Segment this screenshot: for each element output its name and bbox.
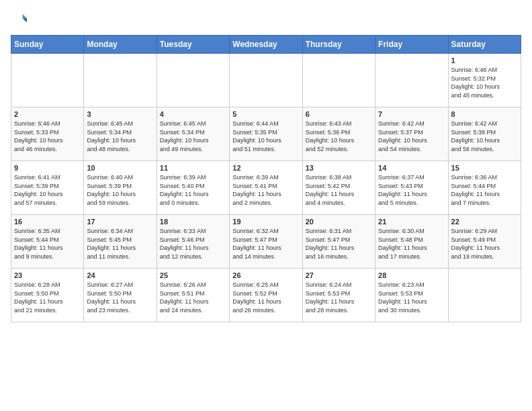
calendar-cell: 9Sunrise: 6:41 AM Sunset: 5:39 PM Daylig… — [11, 161, 84, 215]
day-number: 25 — [160, 271, 226, 279]
day-info: Sunrise: 6:42 AM Sunset: 5:38 PM Dayligh… — [451, 120, 518, 153]
calendar-cell — [375, 54, 448, 107]
calendar-cell: 10Sunrise: 6:40 AM Sunset: 5:39 PM Dayli… — [84, 161, 157, 215]
calendar-cell: 16Sunrise: 6:35 AM Sunset: 5:44 PM Dayli… — [11, 215, 84, 269]
day-info: Sunrise: 6:41 AM Sunset: 5:39 PM Dayligh… — [14, 173, 81, 207]
day-number: 13 — [306, 164, 372, 172]
day-info: Sunrise: 6:34 AM Sunset: 5:45 PM Dayligh… — [87, 227, 153, 261]
calendar-cell: 20Sunrise: 6:31 AM Sunset: 5:47 PM Dayli… — [302, 215, 375, 269]
calendar-table: SundayMondayTuesdayWednesdayThursdayFrid… — [11, 35, 521, 322]
calendar-cell: 19Sunrise: 6:32 AM Sunset: 5:47 PM Dayli… — [230, 215, 302, 269]
day-info: Sunrise: 6:42 AM Sunset: 5:37 PM Dayligh… — [378, 120, 445, 153]
day-number: 15 — [451, 164, 518, 172]
day-number: 1 — [451, 56, 518, 64]
day-info: Sunrise: 6:30 AM Sunset: 5:48 PM Dayligh… — [378, 227, 445, 261]
day-info: Sunrise: 6:35 AM Sunset: 5:44 PM Dayligh… — [14, 227, 81, 261]
calendar-cell: 27Sunrise: 6:24 AM Sunset: 5:53 PM Dayli… — [302, 269, 375, 322]
calendar-cell: 23Sunrise: 6:28 AM Sunset: 5:50 PM Dayli… — [11, 269, 84, 322]
calendar-cell: 26Sunrise: 6:25 AM Sunset: 5:52 PM Dayli… — [230, 269, 302, 322]
svg-marker-1 — [23, 18, 27, 22]
day-number: 6 — [306, 110, 372, 118]
calendar-week-3: 9Sunrise: 6:41 AM Sunset: 5:39 PM Daylig… — [11, 161, 521, 215]
calendar-cell: 15Sunrise: 6:36 AM Sunset: 5:44 PM Dayli… — [448, 161, 521, 215]
header-friday: Friday — [375, 36, 448, 54]
header-monday: Monday — [84, 36, 157, 54]
day-number: 2 — [14, 110, 81, 118]
day-number: 27 — [306, 271, 372, 279]
day-number: 24 — [87, 271, 153, 279]
calendar-cell — [448, 269, 521, 322]
day-number: 10 — [87, 164, 153, 172]
calendar-cell: 1Sunrise: 6:46 AM Sunset: 5:32 PM Daylig… — [448, 54, 521, 107]
day-number: 7 — [378, 110, 445, 118]
calendar-cell — [11, 54, 84, 107]
day-number: 17 — [87, 218, 153, 226]
day-number: 5 — [232, 110, 299, 118]
calendar-cell — [84, 54, 157, 107]
day-info: Sunrise: 6:24 AM Sunset: 5:53 PM Dayligh… — [306, 281, 372, 314]
day-number: 23 — [14, 271, 81, 279]
day-number: 21 — [378, 218, 445, 226]
calendar-cell: 3Sunrise: 6:45 AM Sunset: 5:34 PM Daylig… — [84, 107, 157, 161]
day-number: 8 — [451, 110, 518, 118]
day-number: 20 — [306, 218, 372, 226]
day-info: Sunrise: 6:37 AM Sunset: 5:43 PM Dayligh… — [378, 173, 445, 207]
calendar-week-2: 2Sunrise: 6:46 AM Sunset: 5:33 PM Daylig… — [11, 107, 521, 161]
calendar-cell: 13Sunrise: 6:38 AM Sunset: 5:42 PM Dayli… — [302, 161, 375, 215]
header-tuesday: Tuesday — [157, 36, 229, 54]
header-sunday: Sunday — [11, 36, 84, 54]
day-info: Sunrise: 6:27 AM Sunset: 5:50 PM Dayligh… — [87, 281, 153, 314]
calendar-cell: 7Sunrise: 6:42 AM Sunset: 5:37 PM Daylig… — [375, 107, 448, 161]
calendar-cell: 5Sunrise: 6:44 AM Sunset: 5:35 PM Daylig… — [230, 107, 302, 161]
calendar-header-row: SundayMondayTuesdayWednesdayThursdayFrid… — [11, 36, 521, 54]
day-info: Sunrise: 6:23 AM Sunset: 5:53 PM Dayligh… — [378, 281, 445, 314]
day-number: 12 — [232, 164, 299, 172]
calendar-cell: 12Sunrise: 6:39 AM Sunset: 5:41 PM Dayli… — [230, 161, 302, 215]
calendar-cell: 24Sunrise: 6:27 AM Sunset: 5:50 PM Dayli… — [84, 269, 157, 322]
calendar-cell: 11Sunrise: 6:39 AM Sunset: 5:40 PM Dayli… — [157, 161, 229, 215]
day-info: Sunrise: 6:28 AM Sunset: 5:50 PM Dayligh… — [14, 281, 81, 314]
day-info: Sunrise: 6:26 AM Sunset: 5:51 PM Dayligh… — [160, 281, 226, 314]
page-header — [11, 11, 521, 27]
calendar-cell — [302, 54, 375, 107]
svg-marker-0 — [23, 14, 27, 18]
logo-icon — [11, 11, 27, 27]
header-saturday: Saturday — [448, 36, 521, 54]
calendar-cell: 2Sunrise: 6:46 AM Sunset: 5:33 PM Daylig… — [11, 107, 84, 161]
calendar-cell: 22Sunrise: 6:29 AM Sunset: 5:49 PM Dayli… — [448, 215, 521, 269]
day-number: 9 — [14, 164, 81, 172]
day-info: Sunrise: 6:44 AM Sunset: 5:35 PM Dayligh… — [232, 120, 299, 153]
calendar-cell: 28Sunrise: 6:23 AM Sunset: 5:53 PM Dayli… — [375, 269, 448, 322]
day-number: 19 — [232, 218, 299, 226]
day-info: Sunrise: 6:38 AM Sunset: 5:42 PM Dayligh… — [306, 173, 372, 207]
day-info: Sunrise: 6:32 AM Sunset: 5:47 PM Dayligh… — [232, 227, 299, 261]
logo — [11, 11, 30, 27]
day-info: Sunrise: 6:31 AM Sunset: 5:47 PM Dayligh… — [306, 227, 372, 261]
day-info: Sunrise: 6:39 AM Sunset: 5:41 PM Dayligh… — [232, 173, 299, 207]
day-info: Sunrise: 6:39 AM Sunset: 5:40 PM Dayligh… — [160, 173, 226, 207]
day-info: Sunrise: 6:45 AM Sunset: 5:34 PM Dayligh… — [87, 120, 153, 153]
header-thursday: Thursday — [302, 36, 375, 54]
calendar-week-4: 16Sunrise: 6:35 AM Sunset: 5:44 PM Dayli… — [11, 215, 521, 269]
calendar-week-1: 1Sunrise: 6:46 AM Sunset: 5:32 PM Daylig… — [11, 54, 521, 107]
day-number: 18 — [160, 218, 226, 226]
calendar-cell: 14Sunrise: 6:37 AM Sunset: 5:43 PM Dayli… — [375, 161, 448, 215]
day-number: 14 — [378, 164, 445, 172]
calendar-cell: 6Sunrise: 6:43 AM Sunset: 5:36 PM Daylig… — [302, 107, 375, 161]
calendar-cell: 17Sunrise: 6:34 AM Sunset: 5:45 PM Dayli… — [84, 215, 157, 269]
day-info: Sunrise: 6:36 AM Sunset: 5:44 PM Dayligh… — [451, 173, 518, 207]
day-info: Sunrise: 6:40 AM Sunset: 5:39 PM Dayligh… — [87, 173, 153, 207]
calendar-cell — [230, 54, 302, 107]
calendar-cell: 4Sunrise: 6:45 AM Sunset: 5:34 PM Daylig… — [157, 107, 229, 161]
calendar-cell: 18Sunrise: 6:33 AM Sunset: 5:46 PM Dayli… — [157, 215, 229, 269]
day-info: Sunrise: 6:33 AM Sunset: 5:46 PM Dayligh… — [160, 227, 226, 261]
day-number: 26 — [232, 271, 299, 279]
day-number: 22 — [451, 218, 518, 226]
day-number: 4 — [160, 110, 226, 118]
header-wednesday: Wednesday — [230, 36, 302, 54]
calendar-cell: 25Sunrise: 6:26 AM Sunset: 5:51 PM Dayli… — [157, 269, 229, 322]
day-info: Sunrise: 6:25 AM Sunset: 5:52 PM Dayligh… — [232, 281, 299, 314]
day-info: Sunrise: 6:46 AM Sunset: 5:33 PM Dayligh… — [14, 120, 81, 153]
day-info: Sunrise: 6:29 AM Sunset: 5:49 PM Dayligh… — [451, 227, 518, 261]
day-info: Sunrise: 6:46 AM Sunset: 5:32 PM Dayligh… — [451, 66, 518, 99]
